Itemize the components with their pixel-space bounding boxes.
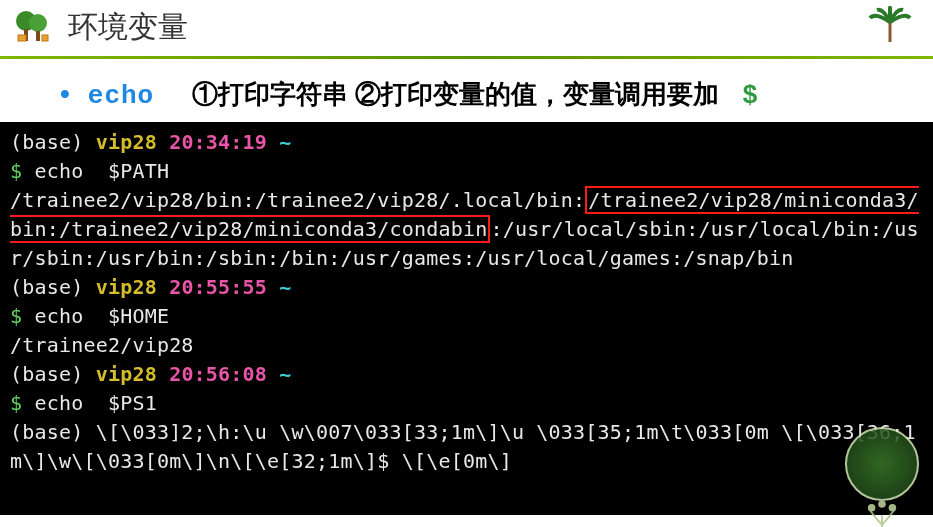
shell-prompt: $: [10, 391, 34, 415]
prompt-base: (base): [10, 275, 96, 299]
svg-point-7: [889, 504, 897, 512]
prompt-user: vip28: [96, 362, 169, 386]
dollar-sign: $: [743, 79, 757, 110]
prompt-base: (base): [10, 130, 96, 154]
watermark-badge: [845, 427, 919, 501]
prompt-user: vip28: [96, 130, 169, 154]
svg-point-1: [29, 14, 47, 32]
prompt-time: 20:34:19: [169, 130, 279, 154]
command-echo-path: echo $PATH: [34, 159, 169, 183]
command-echo-ps1: echo $PS1: [34, 391, 156, 415]
ps1-output: (base) \[\033]2;\h:\u \w\007\033[33;1m\]…: [10, 420, 916, 473]
prompt-tilde: ~: [279, 130, 291, 154]
prompt-time: 20:55:55: [169, 275, 279, 299]
svg-rect-4: [18, 35, 26, 41]
bullet-icon: •: [60, 78, 70, 110]
echo-command-label: echo: [88, 81, 154, 111]
command-echo-home: echo $HOME: [34, 304, 169, 328]
prompt-tilde: ~: [279, 362, 291, 386]
tree-left-icon: [12, 9, 56, 45]
echo-description: ①打印字符串 ②打印变量的值，变量调用要加: [192, 77, 719, 112]
palm-tree-icon: [865, 4, 915, 44]
svg-rect-3: [36, 31, 40, 41]
shell-prompt: $: [10, 304, 34, 328]
terminal-window: (base) vip28 20:34:19 ~ $ echo $PATH /tr…: [0, 122, 933, 515]
svg-rect-5: [42, 35, 48, 41]
prompt-tilde: ~: [279, 275, 291, 299]
path-output-pre: /trainee2/vip28/bin:/trainee2/vip28/.loc…: [10, 188, 585, 212]
prompt-time: 20:56:08: [169, 362, 279, 386]
shell-prompt: $: [10, 159, 34, 183]
svg-point-6: [868, 504, 876, 512]
prompt-base: (base): [10, 362, 96, 386]
prompt-user: vip28: [96, 275, 169, 299]
home-output: /trainee2/vip28: [10, 333, 194, 357]
subtitle-row: • echo ①打印字符串 ②打印变量的值，变量调用要加 $: [0, 59, 933, 122]
page-title: 环境变量: [68, 7, 188, 48]
svg-point-8: [878, 500, 886, 508]
slide-header: 环境变量: [0, 0, 933, 56]
